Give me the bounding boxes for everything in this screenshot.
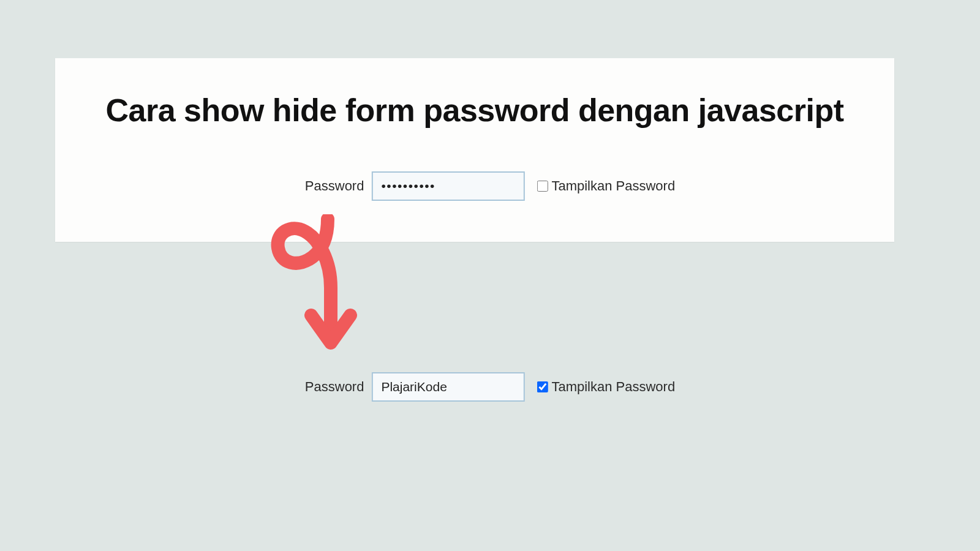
- show-password-label: Tampilkan Password: [551, 379, 675, 395]
- password-label: Password: [305, 178, 364, 194]
- show-password-label: Tampilkan Password: [551, 178, 675, 194]
- password-input[interactable]: [371, 171, 524, 201]
- password-row-hidden: Password Tampilkan Password: [305, 171, 675, 201]
- show-password-checkbox[interactable]: [537, 181, 548, 192]
- password-label: Password: [305, 379, 364, 395]
- page-title: Cara show hide form password dengan java…: [55, 58, 894, 129]
- password-input[interactable]: [371, 372, 524, 402]
- content-card: Cara show hide form password dengan java…: [55, 58, 894, 242]
- show-password-toggle[interactable]: Tampilkan Password: [537, 178, 675, 194]
- password-row-shown: Password Tampilkan Password: [305, 372, 675, 402]
- show-password-checkbox[interactable]: [537, 381, 548, 392]
- show-password-toggle[interactable]: Tampilkan Password: [537, 379, 675, 395]
- annotation-arrow-icon: [270, 214, 380, 361]
